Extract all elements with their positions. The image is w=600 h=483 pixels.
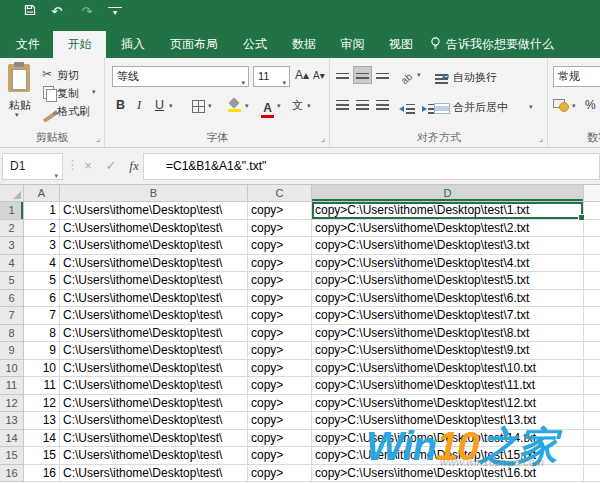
customize-qat-button[interactable]: ▾ — [108, 3, 122, 21]
cell-filler[interactable] — [584, 360, 600, 378]
row-header-14[interactable]: 14 — [0, 430, 24, 448]
row-header-11[interactable]: 11 — [0, 377, 24, 395]
tab-formulas[interactable]: 公式 — [230, 31, 280, 58]
cell-c12[interactable]: copy> — [248, 395, 312, 413]
paste-dropdown-icon[interactable]: ▾ — [15, 111, 19, 119]
fill-color-icon[interactable] — [228, 98, 242, 116]
cell-a8[interactable]: 8 — [24, 325, 60, 343]
cell-filler[interactable] — [584, 237, 600, 255]
cell-a16[interactable]: 16 — [24, 465, 60, 483]
cell-b16[interactable]: C:\Users\ithome\Desktop\test\ — [60, 465, 248, 483]
cell-b2[interactable]: C:\Users\ithome\Desktop\test\ — [60, 220, 248, 238]
cell-b14[interactable]: C:\Users\ithome\Desktop\test\ — [60, 430, 248, 448]
wrap-text-label[interactable]: 自动换行 — [453, 70, 497, 85]
copy-dropdown-icon[interactable]: ▾ — [92, 88, 96, 96]
cell-d4[interactable]: copy>C:\Users\ithome\Desktop\test\4.txt — [312, 255, 584, 273]
underline-dropdown-icon[interactable]: ▾ — [169, 102, 173, 110]
cell-c1[interactable]: copy> — [248, 202, 312, 220]
cell-d15[interactable]: copy>C:\Users\ithome\Desktop\test\15.txt — [312, 447, 584, 465]
tab-view[interactable]: 视图 — [377, 31, 425, 58]
cell-b1[interactable]: C:\Users\ithome\Desktop\test\ — [60, 202, 248, 220]
cell-d11[interactable]: copy>C:\Users\ithome\Desktop\test\11.txt — [312, 377, 584, 395]
cell-b6[interactable]: C:\Users\ithome\Desktop\test\ — [60, 290, 248, 308]
cell-c4[interactable]: copy> — [248, 255, 312, 273]
cell-c8[interactable]: copy> — [248, 325, 312, 343]
top-align-button[interactable] — [333, 66, 352, 84]
cell-b10[interactable]: C:\Users\ithome\Desktop\test\ — [60, 360, 248, 378]
cell-d2[interactable]: copy>C:\Users\ithome\Desktop\test\2.txt — [312, 220, 584, 238]
tab-page-layout[interactable]: 页面布局 — [158, 31, 230, 58]
clipboard-dialog-launcher-icon[interactable]: ⌟ — [96, 134, 100, 143]
cell-c10[interactable]: copy> — [248, 360, 312, 378]
cell-a2[interactable]: 2 — [24, 220, 60, 238]
cell-filler[interactable] — [584, 412, 600, 430]
cell-filler[interactable] — [584, 307, 600, 325]
row-header-9[interactable]: 9 — [0, 342, 24, 360]
cell-a9[interactable]: 9 — [24, 342, 60, 360]
cell-filler[interactable] — [584, 377, 600, 395]
cell-filler[interactable] — [584, 395, 600, 413]
cell-filler[interactable] — [584, 342, 600, 360]
cell-c14[interactable]: copy> — [248, 430, 312, 448]
percent-style-icon[interactable]: % — [585, 98, 596, 112]
merge-center-icon[interactable] — [434, 100, 450, 118]
select-all-corner[interactable] — [0, 185, 24, 202]
bold-button[interactable]: B — [116, 98, 125, 112]
cell-a15[interactable]: 15 — [24, 447, 60, 465]
save-icon[interactable] — [22, 3, 38, 21]
cell-a13[interactable]: 13 — [24, 412, 60, 430]
borders-dropdown-icon[interactable]: ▾ — [208, 102, 212, 110]
cell-d9[interactable]: copy>C:\Users\ithome\Desktop\test\9.txt — [312, 342, 584, 360]
column-header-d[interactable]: D — [312, 185, 584, 202]
row-header-2[interactable]: 2 — [0, 220, 24, 238]
copy-icon[interactable] — [43, 85, 54, 103]
cell-b8[interactable]: C:\Users\ithome\Desktop\test\ — [60, 325, 248, 343]
cell-filler[interactable] — [584, 465, 600, 483]
undo-dropdown-icon[interactable]: ▾ — [63, 8, 67, 15]
cell-a1[interactable]: 1 — [24, 202, 60, 220]
cell-filler[interactable] — [584, 202, 600, 220]
cell-b12[interactable]: C:\Users\ithome\Desktop\test\ — [60, 395, 248, 413]
cell-a7[interactable]: 7 — [24, 307, 60, 325]
tab-file[interactable]: 文件 — [6, 31, 50, 58]
phonetic-guide-icon[interactable]: 文 — [292, 98, 303, 113]
cell-d13[interactable]: copy>C:\Users\ithome\Desktop\test\13.txt — [312, 412, 584, 430]
bottom-align-button[interactable] — [373, 66, 392, 84]
cell-a5[interactable]: 5 — [24, 272, 60, 290]
cell-filler[interactable] — [584, 430, 600, 448]
cell-filler[interactable] — [584, 272, 600, 290]
cell-c15[interactable]: copy> — [248, 447, 312, 465]
cell-filler[interactable] — [584, 255, 600, 273]
row-header-6[interactable]: 6 — [0, 290, 24, 308]
cell-d7[interactable]: copy>C:\Users\ithome\Desktop\test\7.txt — [312, 307, 584, 325]
row-header-15[interactable]: 15 — [0, 447, 24, 465]
font-size-combo[interactable]: 11▾ — [253, 66, 290, 87]
cell-a6[interactable]: 6 — [24, 290, 60, 308]
cell-filler[interactable] — [584, 325, 600, 343]
name-box[interactable]: D1▾ — [2, 153, 63, 180]
cell-d16[interactable]: copy>C:\Users\ithome\Desktop\test\16.txt — [312, 465, 584, 483]
font-color-dropdown-icon[interactable]: ▾ — [277, 102, 281, 110]
format-painter-icon[interactable] — [43, 106, 54, 124]
row-header-16[interactable]: 16 — [0, 465, 24, 483]
redo-button[interactable]: ↷▾ — [76, 3, 102, 21]
cell-filler[interactable] — [584, 290, 600, 308]
cell-c7[interactable]: copy> — [248, 307, 312, 325]
row-header-1[interactable]: 1 — [0, 202, 24, 220]
cell-b11[interactable]: C:\Users\ithome\Desktop\test\ — [60, 377, 248, 395]
align-center-button[interactable] — [353, 96, 372, 114]
fill-handle[interactable] — [578, 214, 585, 221]
cell-c16[interactable]: copy> — [248, 465, 312, 483]
row-header-12[interactable]: 12 — [0, 395, 24, 413]
paste-button[interactable] — [8, 64, 30, 92]
alignment-dialog-launcher-icon[interactable]: ⌟ — [539, 134, 543, 143]
cell-b5[interactable]: C:\Users\ithome\Desktop\test\ — [60, 272, 248, 290]
align-left-button[interactable] — [333, 96, 352, 114]
align-right-button[interactable] — [373, 96, 392, 114]
cell-d14[interactable]: copy>C:\Users\ithome\Desktop\test\14.txt — [312, 430, 584, 448]
cell-c2[interactable]: copy> — [248, 220, 312, 238]
italic-button[interactable]: I — [137, 98, 141, 113]
column-header-a[interactable]: A — [24, 185, 60, 202]
orientation-dropdown-icon[interactable]: ▾ — [417, 71, 421, 79]
cell-b15[interactable]: C:\Users\ithome\Desktop\test\ — [60, 447, 248, 465]
